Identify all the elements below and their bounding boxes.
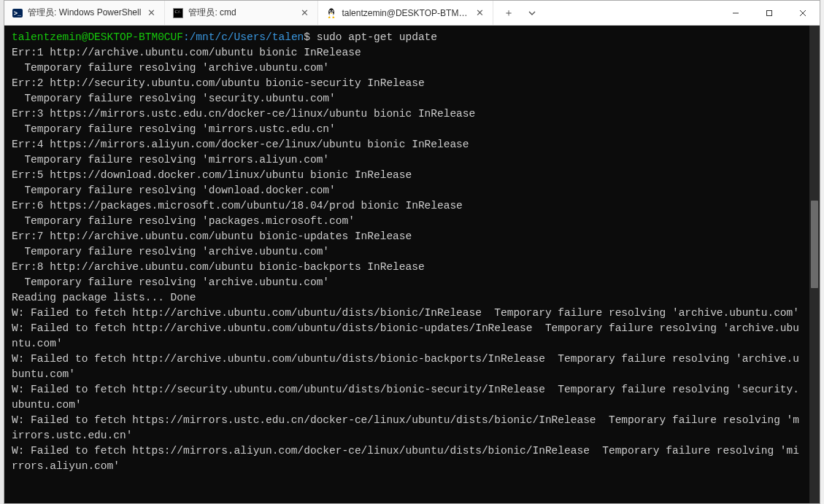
output-line: W: Failed to fetch https://mirrors.aliyu…: [12, 443, 805, 474]
svg-point-2: [330, 12, 334, 17]
prompt-user: talentzemin@DESKTOP-BTM0CUF: [12, 31, 183, 43]
prompt-sigil: $: [304, 31, 316, 43]
output-line: Err:6 https://packages.microsoft.com/ubu…: [12, 198, 805, 214]
output-line: Reading package lists... Done: [12, 290, 805, 306]
output-line: Temporary failure resolving 'security.ub…: [12, 91, 805, 106]
output-line: Temporary failure resolving 'archive.ubu…: [12, 61, 805, 76]
scrollbar-thumb[interactable]: [811, 201, 818, 288]
tab-cmd[interactable]: 管理员: cmd ✕: [165, 1, 318, 25]
output-line: Temporary failure resolving 'packages.mi…: [12, 214, 805, 229]
close-icon[interactable]: ✕: [299, 7, 310, 19]
tux-icon: [326, 7, 337, 19]
output-line: Err:4 https://mirrors.aliyun.com/docker-…: [12, 137, 805, 152]
svg-rect-8: [767, 11, 772, 16]
svg-point-6: [332, 11, 333, 12]
svg-point-5: [330, 11, 331, 12]
output-line: W: Failed to fetch http://archive.ubuntu…: [12, 321, 805, 352]
output-line: Err:1 http://archive.ubuntu.com/ubuntu b…: [12, 45, 805, 61]
cmd-icon: [172, 7, 184, 19]
close-icon[interactable]: ✕: [145, 7, 157, 19]
maximize-button[interactable]: [752, 1, 786, 26]
output-line: W: Failed to fetch http://archive.ubuntu…: [12, 352, 805, 382]
terminal-output[interactable]: talentzemin@DESKTOP-BTM0CUF:/mnt/c/Users…: [4, 26, 809, 503]
titlebar[interactable]: >_ 管理员: Windows PowerShell ✕ 管理员: cmd ✕ …: [4, 1, 820, 26]
tab-label: 管理员: cmd: [188, 7, 294, 19]
output-line: W: Failed to fetch http://archive.ubuntu…: [12, 306, 805, 321]
output-line: W: Failed to fetch https://mirrors.ustc.…: [12, 413, 805, 443]
prompt-path: :/mnt/c/Users/talen: [183, 31, 304, 43]
tab-wsl[interactable]: talentzemin@DESKTOP-BTM0CUF: /mnt/c/User…: [318, 1, 493, 25]
newtab-area: ＋: [493, 1, 547, 25]
tab-label: 管理员: Windows PowerShell: [28, 7, 141, 19]
close-icon[interactable]: ✕: [474, 7, 485, 19]
terminal-window: >_ 管理员: Windows PowerShell ✕ 管理员: cmd ✕ …: [4, 0, 820, 504]
output-line: Temporary failure resolving 'archive.ubu…: [12, 275, 805, 290]
output-line: Err:7 http://archive.ubuntu.com/ubuntu b…: [12, 229, 805, 244]
window-controls: [719, 1, 820, 25]
output-line: Temporary failure resolving 'archive.ubu…: [12, 244, 805, 260]
output-line: W: Failed to fetch http://security.ubunt…: [12, 382, 805, 413]
output-line: Temporary failure resolving 'download.do…: [12, 183, 805, 198]
output-line: Err:2 http://security.ubuntu.com/ubuntu …: [12, 76, 805, 91]
terminal-area: talentzemin@DESKTOP-BTM0CUF:/mnt/c/Users…: [4, 26, 820, 503]
command-text: sudo apt-get update: [317, 31, 437, 43]
close-window-button[interactable]: [786, 1, 820, 26]
titlebar-drag-area[interactable]: [547, 1, 719, 25]
output-line: Err:5 https://download.docker.com/linux/…: [12, 168, 805, 183]
output-line: Err:3 https://mirrors.ustc.edu.cn/docker…: [12, 106, 805, 122]
tab-strip: >_ 管理员: Windows PowerShell ✕ 管理员: cmd ✕ …: [4, 1, 493, 25]
output-line: Temporary failure resolving 'mirrors.ust…: [12, 122, 805, 137]
tab-powershell[interactable]: >_ 管理员: Windows PowerShell ✕: [4, 1, 165, 25]
output-line: Temporary failure resolving 'mirrors.ali…: [12, 152, 805, 168]
tab-dropdown-button[interactable]: [521, 2, 543, 24]
output-line: Err:8 http://archive.ubuntu.com/ubuntu b…: [12, 260, 805, 275]
minimize-button[interactable]: [719, 1, 752, 26]
scrollbar-vertical[interactable]: [809, 26, 820, 503]
new-tab-button[interactable]: ＋: [498, 2, 520, 24]
powershell-icon: >_: [12, 7, 23, 19]
tab-label: talentzemin@DESKTOP-BTM0CUF: /mnt/c/User…: [342, 8, 469, 18]
